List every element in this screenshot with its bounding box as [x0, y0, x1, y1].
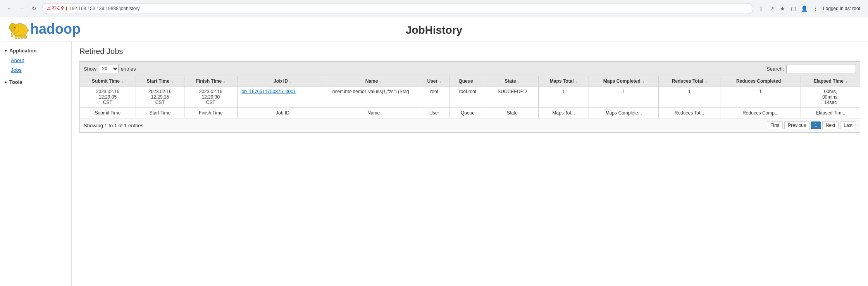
col-maps-completed[interactable]: Maps Completed ↕: [589, 76, 659, 87]
hadoop-logo: hadoop: [6, 17, 81, 41]
col-state[interactable]: State ↕: [486, 76, 538, 87]
col-name[interactable]: Name ↕: [328, 76, 419, 87]
table-header-row: Submit Time ↕ Start Time ↕ Finish Time ↕…: [80, 76, 860, 87]
cell-name-0: insert into demo1 values(1,"zs") (Stag: [328, 87, 419, 108]
col-maps-total[interactable]: Maps Total ↕: [539, 76, 589, 87]
menu-icon[interactable]: ⋮: [811, 4, 820, 13]
footer-user: User: [419, 108, 450, 118]
address-bar[interactable]: ⚠ 不安全 | 192.168.153.139:19888/jobhistory: [42, 3, 753, 14]
browser-chrome: ← → ↻ ⚠ 不安全 | 192.168.153.139:19888/jobh…: [0, 0, 868, 17]
translate-icon[interactable]: : [756, 4, 766, 13]
col-finish-time[interactable]: Finish Time ↕: [184, 76, 237, 87]
page-header: hadoop JobHistory: [0, 17, 868, 42]
show-label: Show: [84, 66, 96, 72]
cell-queue-0: root.root: [450, 87, 486, 108]
window-icon[interactable]: ▢: [789, 4, 798, 13]
svg-rect-7: [24, 35, 27, 38]
cell-maps-completed-0: 1: [589, 87, 659, 108]
col-job-id[interactable]: Job ID ↕: [237, 76, 328, 87]
main-content: ▼ Application About Jobs ► Tools Retired…: [0, 42, 868, 286]
footer-maps-total: Maps Tot...: [539, 108, 589, 118]
col-user[interactable]: User ↕: [419, 76, 450, 87]
back-button[interactable]: ←: [5, 4, 14, 13]
col-submit-time[interactable]: Submit Time ↕: [80, 76, 136, 87]
footer-elapsed-time: Elapsed Tim...: [801, 108, 860, 118]
hadoop-text: hadoop: [30, 21, 81, 37]
logged-in-label: Logged in as: root: [823, 6, 863, 11]
cell-start-time-0: 2023.02.1612:29:15CST: [136, 87, 184, 108]
cell-reduces-total-0: 1: [659, 87, 720, 108]
first-page-button[interactable]: First: [767, 121, 783, 129]
refresh-button[interactable]: ↻: [29, 4, 39, 13]
application-arrow-icon: ▼: [4, 49, 8, 53]
table-footer-row: Submit Time Start Time Finish Time Job I…: [80, 108, 860, 118]
col-start-time[interactable]: Start Time ↕: [136, 76, 184, 87]
page-wrapper: hadoop JobHistory ▼ Application About Jo…: [0, 17, 868, 286]
footer-submit-time: Submit Time: [80, 108, 136, 118]
entries-label: entries: [121, 66, 136, 72]
showing-text: Showing 1 to 1 of 1 entries: [84, 123, 143, 128]
table-row: 2023.02.1612:29:05CST 2023.02.1612:29:15…: [80, 87, 860, 108]
next-page-button[interactable]: Next: [822, 121, 839, 129]
page-main-title: JobHistory: [406, 24, 462, 36]
col-elapsed-time[interactable]: Elapsed Time ↕: [801, 76, 860, 87]
cell-user-0: root: [419, 87, 450, 108]
cell-finish-time-0: 2023.02.1612:29:30CST: [184, 87, 237, 108]
cell-job-id-0[interactable]: job_1676511750875_0001: [237, 87, 328, 108]
cell-elapsed-time-0: 00hrs,00mins,14sec: [801, 87, 860, 108]
share-icon[interactable]: ↗: [767, 4, 777, 13]
forward-button[interactable]: →: [17, 4, 26, 13]
pagination: First Previous 1 Next Last: [767, 121, 856, 129]
footer-job-id: Job ID: [237, 108, 328, 118]
footer-state: State: [486, 108, 538, 118]
col-reduces-completed[interactable]: Reduces Completed ↕: [720, 76, 801, 87]
search-box: Search:: [766, 64, 856, 73]
last-page-button[interactable]: Last: [840, 121, 856, 129]
search-label: Search:: [766, 66, 784, 72]
tools-label: Tools: [9, 79, 22, 85]
cell-reduces-completed-0: 1: [720, 87, 801, 108]
footer-start-time: Start Time: [136, 108, 184, 118]
sidebar-jobs-link[interactable]: Jobs: [8, 66, 71, 75]
page-title: Retired Jobs: [79, 47, 860, 56]
browser-actions:  ↗ ★ ▢ 👤 ⋮: [756, 4, 820, 13]
url-text: 192.168.153.139:19888/jobhistory: [69, 6, 140, 11]
profile-icon[interactable]: 👤: [800, 4, 809, 13]
entries-select[interactable]: 10 20 50 100: [99, 64, 119, 73]
sidebar-tools-header[interactable]: ► Tools: [0, 77, 71, 87]
sidebar-application-header[interactable]: ▼ Application: [0, 45, 71, 56]
cell-submit-time-0: 2023.02.1612:29:05CST: [80, 87, 136, 108]
jobs-table: Submit Time ↕ Start Time ↕ Finish Time ↕…: [79, 76, 860, 118]
sidebar: ▼ Application About Jobs ► Tools: [0, 42, 72, 286]
cell-state-0: SUCCEEDED: [486, 87, 538, 108]
footer-maps-completed: Maps Complete...: [589, 108, 659, 118]
footer-reduces-completed: Reduces Comp...: [720, 108, 801, 118]
svg-point-2: [9, 23, 16, 31]
footer-finish-time: Finish Time: [184, 108, 237, 118]
previous-page-button[interactable]: Previous: [784, 121, 809, 129]
page-1-button[interactable]: 1: [811, 121, 821, 129]
show-entries-control: Show 10 20 50 100 entries: [84, 64, 136, 73]
footer-queue: Queue: [450, 108, 486, 118]
job-id-link-0[interactable]: job_1676511750875_0001: [241, 89, 296, 94]
table-controls: Show 10 20 50 100 entries Search:: [79, 61, 860, 76]
svg-rect-4: [15, 35, 17, 38]
sidebar-links: About Jobs: [0, 56, 71, 75]
footer-reduces-total: Reduces Tot...: [659, 108, 720, 118]
table-footer: Showing 1 to 1 of 1 entries First Previo…: [79, 118, 860, 133]
hadoop-elephant-icon: [6, 17, 33, 41]
sidebar-about-link[interactable]: About: [8, 56, 71, 66]
application-label: Application: [9, 48, 37, 54]
search-input[interactable]: [786, 64, 856, 73]
svg-point-3: [14, 27, 15, 28]
svg-rect-6: [21, 35, 24, 38]
tools-arrow-icon: ►: [4, 80, 8, 84]
bookmark-icon[interactable]: ★: [778, 4, 787, 13]
security-warning: ⚠ 不安全 |: [47, 5, 67, 11]
col-queue[interactable]: Queue ↕: [450, 76, 486, 87]
content-area: Retired Jobs Show 10 20 50 100 entries S…: [72, 42, 868, 286]
svg-rect-5: [18, 35, 20, 38]
footer-name: Name: [328, 108, 419, 118]
cell-maps-total-0: 1: [539, 87, 589, 108]
col-reduces-total[interactable]: Reduces Total ↕: [659, 76, 720, 87]
